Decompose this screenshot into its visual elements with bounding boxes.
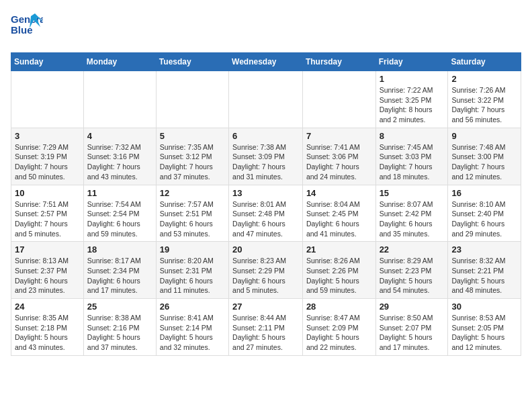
day-info: Sunrise: 7:22 AM Sunset: 3:25 PM Dayligh…: [380, 85, 445, 125]
day-info: Sunrise: 7:29 AM Sunset: 3:19 PM Dayligh…: [15, 142, 80, 182]
week-row-5: 24Sunrise: 8:35 AM Sunset: 2:18 PM Dayli…: [11, 299, 521, 356]
day-header-friday: Friday: [375, 53, 448, 71]
svg-text:Blue: Blue: [11, 24, 33, 36]
calendar-cell: 9Sunrise: 7:48 AM Sunset: 3:00 PM Daylig…: [448, 128, 521, 185]
day-info: Sunrise: 8:13 AM Sunset: 2:37 PM Dayligh…: [15, 256, 80, 295]
calendar-cell: 7Sunrise: 7:41 AM Sunset: 3:06 PM Daylig…: [302, 128, 375, 185]
week-row-1: 1Sunrise: 7:22 AM Sunset: 3:25 PM Daylig…: [11, 71, 521, 128]
day-info: Sunrise: 7:48 AM Sunset: 3:00 PM Dayligh…: [451, 142, 517, 182]
day-info: Sunrise: 8:20 AM Sunset: 2:31 PM Dayligh…: [160, 256, 225, 295]
day-number: 8: [380, 131, 445, 141]
day-number: 6: [232, 131, 299, 141]
day-header-monday: Monday: [83, 53, 156, 71]
day-info: Sunrise: 7:54 AM Sunset: 2:54 PM Dayligh…: [87, 199, 152, 239]
day-number: 3: [15, 131, 80, 141]
day-info: Sunrise: 8:41 AM Sunset: 2:14 PM Dayligh…: [160, 313, 225, 353]
week-row-2: 3Sunrise: 7:29 AM Sunset: 3:19 PM Daylig…: [11, 128, 521, 185]
calendar-cell: [11, 71, 84, 128]
calendar-cell: 3Sunrise: 7:29 AM Sunset: 3:19 PM Daylig…: [11, 128, 84, 185]
calendar-cell: 2Sunrise: 7:26 AM Sunset: 3:22 PM Daylig…: [448, 71, 521, 128]
day-number: 24: [15, 302, 80, 312]
calendar-cell: 27Sunrise: 8:44 AM Sunset: 2:11 PM Dayli…: [229, 299, 303, 356]
calendar-cell: 13Sunrise: 8:01 AM Sunset: 2:48 PM Dayli…: [229, 185, 303, 242]
calendar-cell: 15Sunrise: 8:07 AM Sunset: 2:42 PM Dayli…: [375, 185, 448, 242]
calendar-cell: 24Sunrise: 8:35 AM Sunset: 2:18 PM Dayli…: [11, 299, 84, 356]
day-number: 23: [451, 244, 517, 255]
calendar-cell: 25Sunrise: 8:38 AM Sunset: 2:16 PM Dayli…: [83, 299, 156, 356]
day-info: Sunrise: 7:57 AM Sunset: 2:51 PM Dayligh…: [160, 199, 225, 239]
day-number: 2: [451, 74, 517, 84]
day-number: 11: [87, 188, 152, 198]
calendar-cell: 28Sunrise: 8:47 AM Sunset: 2:09 PM Dayli…: [302, 299, 375, 356]
day-number: 21: [306, 244, 372, 255]
day-info: Sunrise: 8:47 AM Sunset: 2:09 PM Dayligh…: [306, 313, 372, 353]
calendar-cell: 5Sunrise: 7:35 AM Sunset: 3:12 PM Daylig…: [156, 128, 228, 185]
day-number: 1: [380, 74, 445, 84]
calendar-cell: 16Sunrise: 8:10 AM Sunset: 2:40 PM Dayli…: [448, 185, 521, 242]
day-number: 29: [380, 302, 445, 312]
day-info: Sunrise: 7:35 AM Sunset: 3:12 PM Dayligh…: [160, 142, 225, 182]
day-info: Sunrise: 7:38 AM Sunset: 3:09 PM Dayligh…: [232, 142, 299, 182]
day-info: Sunrise: 8:50 AM Sunset: 2:07 PM Dayligh…: [380, 313, 445, 353]
day-header-sunday: Sunday: [11, 53, 84, 71]
day-number: 9: [451, 131, 517, 141]
calendar-cell: 4Sunrise: 7:32 AM Sunset: 3:16 PM Daylig…: [83, 128, 156, 185]
calendar-cell: [302, 71, 375, 128]
calendar-cell: [229, 71, 303, 128]
calendar-cell: 1Sunrise: 7:22 AM Sunset: 3:25 PM Daylig…: [375, 71, 448, 128]
calendar-cell: 30Sunrise: 8:53 AM Sunset: 2:05 PM Dayli…: [448, 299, 521, 356]
calendar-cell: 29Sunrise: 8:50 AM Sunset: 2:07 PM Dayli…: [375, 299, 448, 356]
day-number: 14: [306, 188, 372, 198]
day-number: 30: [451, 302, 517, 312]
day-info: Sunrise: 8:53 AM Sunset: 2:05 PM Dayligh…: [451, 313, 517, 353]
day-number: 13: [232, 188, 299, 198]
day-number: 18: [87, 244, 152, 255]
day-info: Sunrise: 8:26 AM Sunset: 2:26 PM Dayligh…: [306, 256, 372, 295]
logo-icon: General Blue: [11, 11, 43, 39]
day-number: 25: [87, 302, 152, 312]
calendar-cell: [156, 71, 228, 128]
calendar-cell: 8Sunrise: 7:45 AM Sunset: 3:03 PM Daylig…: [375, 128, 448, 185]
day-info: Sunrise: 8:04 AM Sunset: 2:45 PM Dayligh…: [306, 199, 372, 239]
calendar-cell: 22Sunrise: 8:29 AM Sunset: 2:23 PM Dayli…: [375, 242, 448, 299]
logo: General Blue: [11, 11, 43, 42]
day-info: Sunrise: 7:26 AM Sunset: 3:22 PM Dayligh…: [451, 85, 517, 125]
day-number: 4: [87, 131, 152, 141]
day-number: 10: [15, 188, 80, 198]
day-info: Sunrise: 8:10 AM Sunset: 2:40 PM Dayligh…: [451, 199, 517, 239]
day-info: Sunrise: 8:07 AM Sunset: 2:42 PM Dayligh…: [380, 199, 445, 239]
day-info: Sunrise: 8:17 AM Sunset: 2:34 PM Dayligh…: [87, 256, 152, 295]
week-row-3: 10Sunrise: 7:51 AM Sunset: 2:57 PM Dayli…: [11, 185, 521, 242]
calendar-cell: 10Sunrise: 7:51 AM Sunset: 2:57 PM Dayli…: [11, 185, 84, 242]
calendar-table: SundayMondayTuesdayWednesdayThursdayFrid…: [11, 52, 521, 356]
day-header-tuesday: Tuesday: [156, 53, 228, 71]
calendar-cell: 21Sunrise: 8:26 AM Sunset: 2:26 PM Dayli…: [302, 242, 375, 299]
calendar-cell: 6Sunrise: 7:38 AM Sunset: 3:09 PM Daylig…: [229, 128, 303, 185]
day-number: 17: [15, 244, 80, 255]
calendar-cell: 17Sunrise: 8:13 AM Sunset: 2:37 PM Dayli…: [11, 242, 84, 299]
day-info: Sunrise: 8:23 AM Sunset: 2:29 PM Dayligh…: [232, 256, 299, 295]
week-row-4: 17Sunrise: 8:13 AM Sunset: 2:37 PM Dayli…: [11, 242, 521, 299]
day-number: 27: [232, 302, 299, 312]
day-header-thursday: Thursday: [302, 53, 375, 71]
day-number: 28: [306, 302, 372, 312]
day-info: Sunrise: 8:01 AM Sunset: 2:48 PM Dayligh…: [232, 199, 299, 239]
day-number: 19: [160, 244, 225, 255]
day-info: Sunrise: 8:32 AM Sunset: 2:21 PM Dayligh…: [451, 256, 517, 295]
day-info: Sunrise: 7:45 AM Sunset: 3:03 PM Dayligh…: [380, 142, 445, 182]
day-info: Sunrise: 8:38 AM Sunset: 2:16 PM Dayligh…: [87, 313, 152, 353]
day-number: 16: [451, 188, 517, 198]
day-header-saturday: Saturday: [448, 53, 521, 71]
day-info: Sunrise: 7:32 AM Sunset: 3:16 PM Dayligh…: [87, 142, 152, 182]
day-info: Sunrise: 8:29 AM Sunset: 2:23 PM Dayligh…: [380, 256, 445, 295]
day-number: 26: [160, 302, 225, 312]
calendar-cell: 20Sunrise: 8:23 AM Sunset: 2:29 PM Dayli…: [229, 242, 303, 299]
day-number: 12: [160, 188, 225, 198]
calendar-cell: 23Sunrise: 8:32 AM Sunset: 2:21 PM Dayli…: [448, 242, 521, 299]
day-info: Sunrise: 7:41 AM Sunset: 3:06 PM Dayligh…: [306, 142, 372, 182]
calendar-cell: 19Sunrise: 8:20 AM Sunset: 2:31 PM Dayli…: [156, 242, 228, 299]
calendar-cell: 26Sunrise: 8:41 AM Sunset: 2:14 PM Dayli…: [156, 299, 228, 356]
day-number: 7: [306, 131, 372, 141]
day-number: 20: [232, 244, 299, 255]
day-info: Sunrise: 8:35 AM Sunset: 2:18 PM Dayligh…: [15, 313, 80, 353]
